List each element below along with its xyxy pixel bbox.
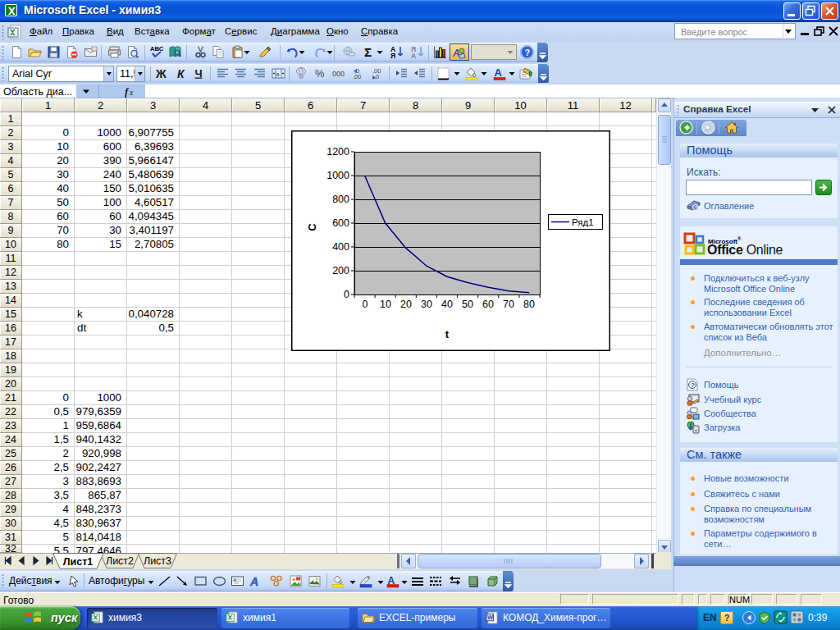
svg-text:Σ: Σ — [364, 45, 372, 59]
svg-text:?: ? — [695, 204, 698, 212]
svg-text:70: 70 — [503, 299, 514, 310]
svg-text:,00: ,00 — [353, 73, 361, 80]
svg-text:C: C — [306, 223, 318, 231]
svg-text:1000: 1000 — [326, 170, 349, 181]
svg-text:10: 10 — [380, 299, 391, 310]
svg-text:Лист2: Лист2 — [106, 555, 134, 567]
svg-text:30: 30 — [421, 299, 432, 310]
svg-text:400: 400 — [332, 241, 349, 253]
svg-text:A: A — [249, 575, 258, 588]
svg-text:Я: Я — [390, 52, 395, 59]
svg-text:Ч: Ч — [195, 67, 203, 80]
svg-text:ABC: ABC — [150, 45, 164, 52]
svg-text:40: 40 — [441, 299, 453, 310]
svg-text:A: A — [452, 48, 460, 59]
svg-text:А: А — [411, 52, 416, 59]
svg-text:%: % — [315, 67, 325, 80]
svg-text:t: t — [445, 328, 450, 340]
svg-text:0: 0 — [363, 299, 368, 310]
svg-text:50: 50 — [462, 299, 473, 310]
svg-text:A: A — [233, 578, 236, 582]
svg-text:600: 600 — [332, 217, 349, 229]
svg-text:К: К — [177, 67, 185, 80]
svg-text:1200: 1200 — [326, 146, 349, 158]
svg-text:200: 200 — [332, 265, 349, 276]
svg-text:60: 60 — [482, 299, 494, 310]
svg-text:W: W — [487, 614, 494, 621]
svg-text:Ж: Ж — [155, 67, 167, 80]
svg-text:80: 80 — [523, 299, 535, 310]
svg-text:20: 20 — [400, 299, 412, 310]
svg-text:000: 000 — [332, 70, 345, 78]
svg-text:,0: ,0 — [374, 73, 379, 80]
svg-text:?: ? — [691, 381, 695, 389]
svg-text:Лист3: Лист3 — [144, 555, 171, 567]
svg-text:Лист1: Лист1 — [63, 556, 94, 568]
svg-text:800: 800 — [332, 194, 349, 205]
svg-text:?: ? — [525, 48, 531, 57]
svg-text:Ряд1: Ряд1 — [572, 217, 594, 227]
svg-text:x: x — [129, 88, 134, 97]
svg-text:a: a — [276, 71, 280, 77]
svg-text:A: A — [495, 66, 503, 79]
svg-text:0: 0 — [344, 289, 349, 300]
